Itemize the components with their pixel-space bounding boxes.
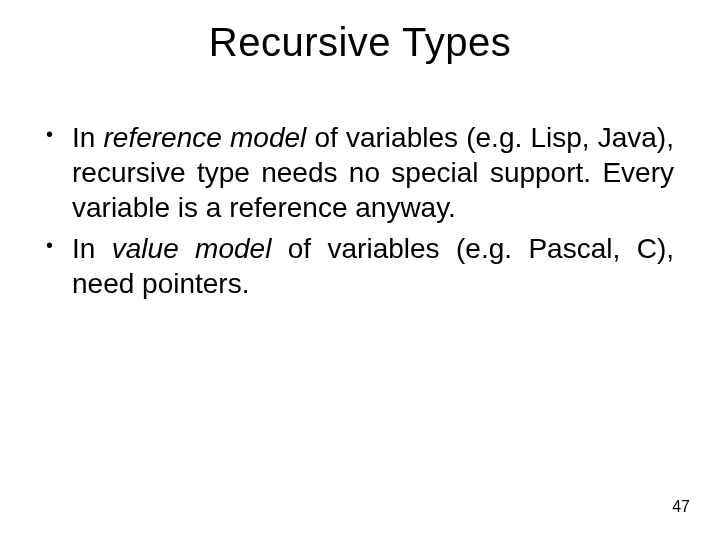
slide: Recursive Types • In reference model of … [0,0,720,540]
bullet-item: • In value model of variables (e.g. Pasc… [46,231,674,301]
bullet-text-pre: In [72,122,104,153]
bullet-dot-icon: • [46,231,72,301]
slide-title: Recursive Types [0,20,720,65]
bullet-text-emphasis: reference model [104,122,307,153]
bullet-text: In reference model of variables (e.g. Li… [72,120,674,225]
page-number: 47 [672,498,690,516]
bullet-dot-icon: • [46,120,72,225]
bullet-text: In value model of variables (e.g. Pascal… [72,231,674,301]
slide-body: • In reference model of variables (e.g. … [46,120,674,307]
bullet-text-emphasis: value model [112,233,272,264]
bullet-item: • In reference model of variables (e.g. … [46,120,674,225]
bullet-text-pre: In [72,233,112,264]
